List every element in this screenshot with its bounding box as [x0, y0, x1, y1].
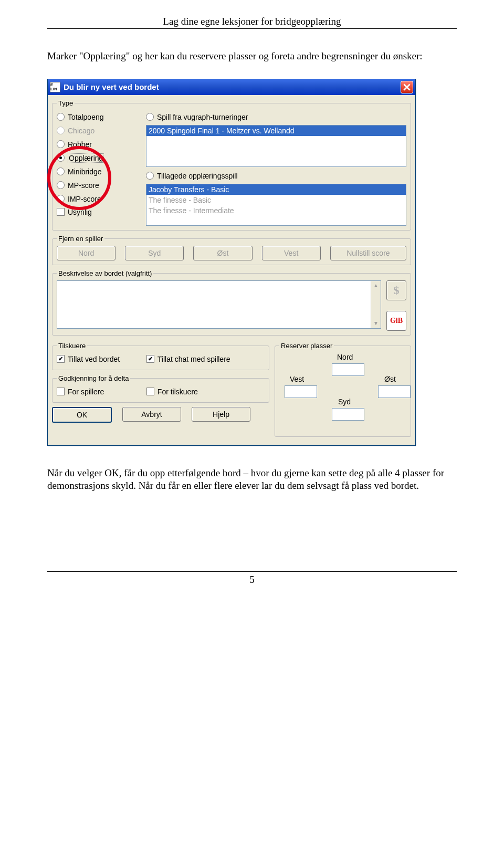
checkbox-usynlig[interactable]: Usynlig: [57, 206, 146, 218]
input-vest[interactable]: [285, 385, 317, 398]
fieldset-beskrivelse: Beskrivelse av bordet (valgfritt) ▲ ▼ $ …: [52, 269, 411, 336]
input-syd[interactable]: [332, 408, 364, 421]
list-item[interactable]: 2000 Spingold Final 1 - Meltzer vs. Well…: [146, 126, 406, 136]
label-vest: Vest: [290, 375, 304, 383]
fjern-legend: Fjern en spiller: [57, 235, 104, 243]
listbox-vugraph[interactable]: 2000 Spingold Final 1 - Meltzer vs. Well…: [146, 125, 406, 167]
checkbox-label: Tillat chat med spillere: [158, 355, 230, 363]
input-nord[interactable]: [332, 363, 364, 376]
checkbox-label: For tilskuere: [158, 388, 198, 396]
checkbox-label: Tillat ved bordet: [68, 355, 120, 363]
help-button[interactable]: Hjelp: [192, 407, 250, 422]
list-item[interactable]: The finesse - Intermediate: [146, 205, 406, 216]
radio-label: Spill fra vugraph-turneringer: [157, 113, 248, 121]
checkbox-tillat-chat[interactable]: ✔Tillat chat med spillere: [146, 353, 265, 365]
fieldset-type: Type Totalpoeng Chicago Robber Opplæring…: [52, 99, 411, 231]
dialog-window: E LIN Du blir ny vert ved bordet Type To…: [47, 79, 416, 446]
list-item[interactable]: The finesse - Basic: [146, 195, 406, 205]
radio-impscore[interactable]: IMP-score: [57, 192, 146, 206]
scrollbar[interactable]: ▲ ▼: [371, 281, 381, 328]
label-nord: Nord: [337, 353, 353, 361]
button-ost[interactable]: Øst: [193, 246, 252, 260]
tilskuere-legend: Tilskuere: [57, 342, 87, 350]
ok-button[interactable]: OK: [52, 407, 112, 423]
beskrivelse-legend: Beskrivelse av bordet (valgfritt): [57, 269, 153, 277]
titlebar[interactable]: E LIN Du blir ny vert ved bordet: [48, 79, 415, 95]
app-icon: E LIN: [50, 82, 60, 92]
scroll-up-icon[interactable]: ▲: [371, 281, 381, 290]
fieldset-fjern: Fjern en spiller Nord Syd Øst Vest Nulls…: [52, 235, 411, 265]
type-legend: Type: [57, 99, 75, 107]
button-syd[interactable]: Syd: [125, 246, 184, 260]
checkbox-for-spillere[interactable]: For spillere: [57, 385, 141, 398]
button-nord[interactable]: Nord: [57, 246, 116, 260]
radio-label: Opplæring: [68, 153, 104, 163]
label-ost: Øst: [384, 375, 396, 383]
gib-button[interactable]: GiB: [386, 311, 406, 331]
scroll-down-icon[interactable]: ▼: [371, 319, 381, 328]
radio-tillagede[interactable]: Tillagede opplæringsspill: [146, 169, 406, 183]
cancel-button[interactable]: Avbryt: [122, 407, 181, 422]
button-vest[interactable]: Vest: [262, 246, 321, 260]
checkbox-label: For spillere: [68, 388, 104, 396]
page-header: Lag dine egne leksjoner for bridgeopplær…: [47, 16, 457, 29]
page-number: 5: [47, 571, 457, 585]
radio-vugraph[interactable]: Spill fra vugraph-turneringer: [146, 110, 406, 124]
radio-opplaering[interactable]: Opplæring: [57, 151, 146, 165]
button-nullstill[interactable]: Nullstill score: [330, 246, 406, 260]
radio-label: Robber: [68, 140, 92, 149]
dollar-icon: $: [394, 284, 400, 297]
radio-label: Chicago: [68, 127, 94, 135]
gib-label: GiB: [390, 317, 403, 325]
outro-paragraph: Når du velger OK, får du opp etterfølgen…: [47, 467, 457, 493]
radio-label: Tillagede opplæringsspill: [157, 172, 238, 180]
fieldset-godkjenning: Godkjenning for å delta For spillere For…: [52, 374, 269, 403]
radio-totalpoeng[interactable]: Totalpoeng: [57, 110, 146, 124]
godkjenning-legend: Godkjenning for å delta: [57, 374, 130, 382]
radio-label: IMP-score: [68, 195, 101, 203]
radio-label: Totalpoeng: [68, 113, 104, 121]
radio-chicago: Chicago: [57, 124, 146, 138]
listbox-tillagede[interactable]: Jacoby Transfers - Basic The finesse - B…: [146, 184, 406, 226]
checkbox-for-tilskuere[interactable]: For tilskuere: [146, 385, 265, 398]
intro-paragraph: Marker "Opplæring" og her kan du reserve…: [47, 50, 457, 63]
label-syd: Syd: [338, 398, 351, 406]
radio-mpscore[interactable]: MP-score: [57, 179, 146, 192]
close-icon: [403, 83, 411, 91]
fieldset-reserver: Reserver plasser Nord Vest Øst Syd: [275, 342, 411, 437]
close-button[interactable]: [401, 81, 413, 93]
radio-minibridge[interactable]: Minibridge: [57, 165, 146, 179]
radio-label: MP-score: [68, 181, 99, 190]
reserver-legend: Reserver plasser: [279, 342, 334, 350]
description-textarea[interactable]: ▲ ▼: [57, 280, 381, 329]
input-ost[interactable]: [378, 385, 411, 398]
window-title: Du blir ny vert ved bordet: [64, 82, 401, 91]
radio-label: Minibridge: [68, 168, 102, 176]
fieldset-tilskuere: Tilskuere ✔Tillat ved bordet ✔Tillat cha…: [52, 342, 269, 370]
dollar-button[interactable]: $: [386, 280, 406, 300]
list-item[interactable]: Jacoby Transfers - Basic: [146, 184, 406, 195]
checkbox-tillat-bordet[interactable]: ✔Tillat ved bordet: [57, 353, 141, 365]
radio-robber[interactable]: Robber: [57, 138, 146, 151]
checkbox-label: Usynlig: [68, 208, 92, 216]
